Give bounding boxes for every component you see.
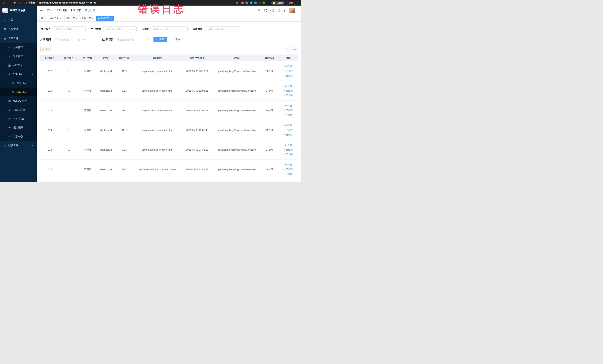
detail-link[interactable]: 详细	[279, 163, 297, 167]
close-icon[interactable]: ×	[92, 17, 94, 20]
share-icon[interactable]	[2, 0, 7, 5]
export-button[interactable]: 导出	[40, 47, 52, 52]
extension-icon[interactable]	[263, 1, 265, 4]
extension-icon[interactable]	[267, 1, 269, 4]
reload-icon[interactable]: ↻	[12, 0, 17, 5]
user-id-input[interactable]	[55, 28, 84, 31]
user-type-select[interactable]	[103, 26, 137, 32]
ignored-link[interactable]: ✓已忽略	[279, 152, 297, 157]
table-cell: dashboard	[97, 61, 115, 81]
ignored-link[interactable]: ✓已忽略	[279, 172, 297, 176]
table-tools: ↻	[285, 47, 298, 52]
table-cell: 未处理	[261, 81, 278, 101]
processed-link[interactable]: ✓已处理	[279, 69, 297, 73]
font-size-icon[interactable]: TT	[284, 9, 286, 12]
processed-link[interactable]: ✓已处理	[279, 108, 297, 113]
date-end-input[interactable]	[76, 38, 91, 41]
error-log-table: 日志编号用户编号用户类型应用名请求方法名请求地址异常发生时间异常名处理状态操作 …	[40, 55, 298, 179]
star-icon[interactable]: ☆	[235, 0, 240, 5]
close-icon[interactable]: ×	[110, 17, 112, 20]
tab-定时任务[interactable]: 定时任务×	[48, 16, 63, 21]
sidebar-item-Java 监控[interactable]: ▭Java 监控	[0, 114, 37, 123]
user-avatar[interactable]	[289, 8, 295, 13]
processed-link[interactable]: ✓已处理	[279, 88, 297, 93]
github-icon[interactable]	[264, 8, 268, 12]
home-icon[interactable]: ⌂	[17, 0, 22, 5]
toggle-search-button[interactable]	[285, 47, 290, 52]
processed-link[interactable]: ✓已处理	[279, 128, 297, 132]
sidebar-item-API 日志[interactable]: ✎API 日志▴	[0, 70, 37, 79]
column-header: 请求方法名	[115, 55, 134, 61]
paused-badge[interactable]: 已暂停	[271, 1, 285, 5]
process-status-select[interactable]	[115, 37, 149, 42]
processed-link[interactable]: ✓已处理	[279, 167, 297, 172]
sidebar-item-MySQL 监控[interactable]: ▦MySQL 监控	[0, 96, 37, 105]
sidebar-item-配置管理[interactable]: ✎配置管理	[0, 52, 37, 61]
ignored-link[interactable]: ✓已忽略	[279, 93, 297, 98]
sidebar-item-日志中心[interactable]: ✎日志中心	[0, 132, 37, 141]
extension-icon[interactable]	[245, 1, 248, 4]
sidebar-item-Redis 监控[interactable]: ≣Redis 监控	[0, 105, 37, 114]
request-url-input-wrap	[205, 26, 241, 32]
fullscreen-icon[interactable]	[277, 8, 281, 12]
log-icon: ✎	[12, 82, 15, 84]
hamburger-icon[interactable]	[40, 8, 44, 12]
chevron-down-icon[interactable]: ▾	[298, 10, 299, 11]
user-type-select-input[interactable]	[105, 28, 132, 31]
breadcrumb-item[interactable]: 首页	[47, 9, 52, 12]
detail-link[interactable]: 详细	[279, 84, 297, 88]
close-icon[interactable]: ×	[76, 17, 78, 20]
extension-icon[interactable]	[241, 1, 244, 4]
tab-错误日志[interactable]: 错误日志×	[96, 16, 114, 21]
tab-访问日志[interactable]: 访问日志×	[80, 16, 95, 21]
sidebar-item-首页[interactable]: ⌂首页	[0, 15, 37, 24]
detail-link[interactable]: 详细	[279, 143, 297, 147]
help-icon[interactable]: ?	[270, 9, 274, 12]
extension-icon[interactable]: on	[258, 1, 261, 4]
tab-调度日志[interactable]: 调度日志×	[64, 16, 79, 21]
security-chip[interactable]: 不安全	[25, 1, 35, 4]
table-cell: GET	[115, 160, 134, 179]
ignored-link[interactable]: ✓已忽略	[279, 73, 297, 78]
sidebar-logo[interactable]: 芋道管理系统	[0, 6, 37, 15]
extension-icon[interactable]: V	[250, 1, 253, 4]
sidebar-item-访问日志[interactable]: ✎访问日志	[0, 79, 37, 88]
filter-exception-time: 异常时间 -	[40, 37, 97, 42]
user-id-label: 用户编号	[40, 27, 51, 31]
detail-link[interactable]: 详细	[279, 104, 297, 108]
search-button[interactable]: 搜索	[153, 37, 167, 42]
ignored-link[interactable]: ✓已忽略	[279, 132, 297, 137]
table-cell: 管理员	[78, 101, 97, 120]
tab-首页[interactable]: 首页	[39, 16, 47, 21]
search-icon[interactable]	[257, 8, 261, 12]
breadcrumb-item[interactable]: API 日志	[71, 9, 81, 12]
address-bar[interactable]: 不安全 | dashboard.yudao.iocoder.cn/infra/l…	[25, 1, 232, 4]
sidebar-item-基础设施[interactable]: ▤基础设施▴	[0, 34, 37, 43]
sidebar-item-定时任务[interactable]: ▣定时任务	[0, 61, 37, 70]
menu-kebab-icon[interactable]: ⋮	[297, 1, 300, 4]
app-name-input[interactable]	[154, 28, 186, 31]
date-start-input[interactable]	[59, 38, 74, 41]
date-range-picker[interactable]: -	[53, 37, 97, 42]
sidebar-item-文件管理[interactable]: ☁文件管理	[0, 43, 37, 52]
update-button[interactable]: 更新	[287, 1, 295, 5]
detail-link[interactable]: 详细	[279, 123, 297, 128]
sidebar-item-研发工具[interactable]: ⚒研发工具▾	[0, 141, 37, 150]
ignored-link[interactable]: ✓已忽略	[279, 113, 297, 117]
close-icon[interactable]: ×	[60, 17, 61, 20]
check-icon: ✓	[283, 108, 285, 113]
breadcrumb-item[interactable]: 基础设施	[56, 9, 67, 12]
extension-icon[interactable]	[254, 1, 257, 4]
sidebar-item-链路追踪[interactable]: ◎链路追踪	[0, 123, 37, 132]
security-label: 不安全	[28, 1, 35, 4]
sidebar-item-错误日志[interactable]: ✎错误日志	[0, 88, 37, 96]
reset-button[interactable]: ↻ 重置	[170, 37, 183, 42]
request-url-input[interactable]	[207, 28, 239, 31]
refresh-table-button[interactable]: ↻	[292, 47, 298, 52]
process-status-select-input[interactable]	[117, 38, 144, 41]
processed-link[interactable]: ✓已处理	[279, 147, 297, 152]
exception-time-label: 异常时间	[40, 38, 51, 41]
forward-icon[interactable]	[7, 0, 12, 5]
sidebar-item-系统管理[interactable]: ⚙系统管理▾	[0, 24, 37, 34]
detail-link[interactable]: 详细	[279, 64, 297, 69]
